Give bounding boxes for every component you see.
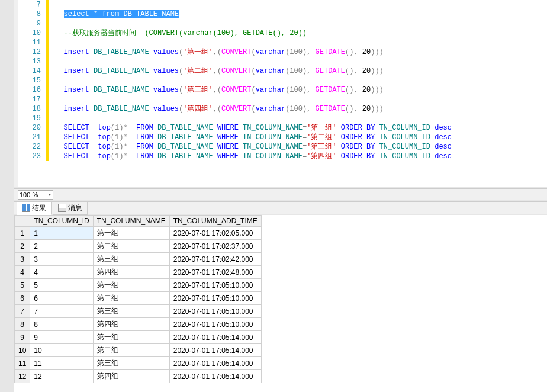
- code-line[interactable]: SELECT top(1)* FROM DB_TABLE_NAME WHERE …: [51, 133, 547, 142]
- cell-time[interactable]: 2020-07-01 17:05:14.000: [169, 331, 261, 344]
- cell-name[interactable]: 第二组: [93, 292, 169, 305]
- table-row[interactable]: 66第二组2020-07-01 17:05:10.000: [15, 292, 262, 305]
- code-line[interactable]: [51, 76, 547, 85]
- vertical-collapse-strip[interactable]: [0, 0, 14, 392]
- cell-id[interactable]: 8: [30, 318, 93, 331]
- cell-name[interactable]: 第四组: [93, 266, 169, 279]
- cell-id[interactable]: 4: [30, 266, 93, 279]
- tab-messages[interactable]: 消息: [53, 201, 88, 215]
- change-marker: [46, 0, 49, 161]
- cell-time[interactable]: 2020-07-01 17:05:10.000: [169, 305, 261, 318]
- cell-time[interactable]: 2020-07-01 17:05:10.000: [169, 292, 261, 305]
- table-row[interactable]: 33第三组2020-07-01 17:02:42.000: [15, 253, 262, 266]
- cell-name[interactable]: 第一组: [93, 331, 169, 344]
- code-line[interactable]: insert DB_TABLE_NAME values('第一组',(CONVE…: [51, 47, 547, 57]
- cell-time[interactable]: 2020-07-01 17:05:14.000: [169, 357, 261, 370]
- row-number[interactable]: 3: [15, 253, 30, 266]
- zoom-input[interactable]: [18, 190, 46, 200]
- line-number-gutter: 7891011121314151617181920212223: [18, 0, 46, 187]
- row-number[interactable]: 7: [15, 305, 30, 318]
- cell-time[interactable]: 2020-07-01 17:05:14.000: [169, 344, 261, 357]
- cell-time[interactable]: 2020-07-01 17:02:05.000: [169, 227, 261, 240]
- cell-name[interactable]: 第一组: [93, 279, 169, 292]
- code-line[interactable]: insert DB_TABLE_NAME values('第四组',(CONVE…: [51, 104, 547, 114]
- cell-time[interactable]: 2020-07-01 17:02:42.000: [169, 253, 261, 266]
- table-row[interactable]: 1010第二组2020-07-01 17:05:14.000: [15, 344, 262, 357]
- code-line[interactable]: [51, 95, 547, 104]
- line-number: 9: [18, 19, 46, 28]
- line-number: 22: [18, 142, 46, 152]
- row-number[interactable]: 4: [15, 266, 30, 279]
- code-line[interactable]: [51, 38, 547, 47]
- row-number[interactable]: 11: [15, 357, 30, 370]
- line-number: 23: [18, 152, 46, 161]
- cell-name[interactable]: 第一组: [93, 227, 169, 240]
- cell-id[interactable]: 5: [30, 279, 93, 292]
- line-number: 18: [18, 104, 46, 114]
- code-line[interactable]: [51, 19, 547, 28]
- tab-results[interactable]: 结果: [17, 201, 52, 215]
- code-line[interactable]: insert DB_TABLE_NAME values('第三组',(CONVE…: [51, 85, 547, 95]
- row-number[interactable]: 12: [15, 370, 30, 383]
- code-line[interactable]: select * from DB_TABLE_NAME: [51, 9, 547, 19]
- cell-time[interactable]: 2020-07-01 17:05:14.000: [169, 370, 261, 383]
- sql-editor[interactable]: 7891011121314151617181920212223 select *…: [14, 0, 547, 187]
- row-number[interactable]: 1: [15, 227, 30, 240]
- col-header-time[interactable]: TN_COLUMN_ADD_TIME: [169, 216, 261, 227]
- row-number[interactable]: 9: [15, 331, 30, 344]
- line-number: 21: [18, 133, 46, 142]
- col-header-name[interactable]: TN_COLUMN_NAME: [93, 216, 169, 227]
- cell-time[interactable]: 2020-07-01 17:05:10.000: [169, 279, 261, 292]
- cell-id[interactable]: 3: [30, 253, 93, 266]
- table-row[interactable]: 99第一组2020-07-01 17:05:14.000: [15, 331, 262, 344]
- cell-name[interactable]: 第四组: [93, 318, 169, 331]
- cell-name[interactable]: 第三组: [93, 253, 169, 266]
- table-row[interactable]: 77第三组2020-07-01 17:05:10.000: [15, 305, 262, 318]
- code-line[interactable]: [51, 0, 547, 9]
- cell-time[interactable]: 2020-07-01 17:05:10.000: [169, 318, 261, 331]
- cell-name[interactable]: 第二组: [93, 240, 169, 253]
- row-number[interactable]: 6: [15, 292, 30, 305]
- code-line[interactable]: SELECT top(1)* FROM DB_TABLE_NAME WHERE …: [51, 152, 547, 161]
- code-line[interactable]: insert DB_TABLE_NAME values('第二组',(CONVE…: [51, 66, 547, 76]
- cell-id[interactable]: 10: [30, 344, 93, 357]
- cell-id[interactable]: 7: [30, 305, 93, 318]
- code-line[interactable]: [51, 114, 547, 123]
- row-number[interactable]: 10: [15, 344, 30, 357]
- table-row[interactable]: 88第四组2020-07-01 17:05:10.000: [15, 318, 262, 331]
- table-row[interactable]: 11第一组2020-07-01 17:02:05.000: [15, 227, 262, 240]
- cell-id[interactable]: 2: [30, 240, 93, 253]
- code-line[interactable]: --获取服务器当前时间 (CONVERT(varchar(100), GETDA…: [51, 28, 547, 38]
- cell-id[interactable]: 12: [30, 370, 93, 383]
- code-content[interactable]: select * from DB_TABLE_NAME --获取服务器当前时间 …: [51, 0, 547, 161]
- row-number[interactable]: 8: [15, 318, 30, 331]
- cell-name[interactable]: 第三组: [93, 305, 169, 318]
- cell-time[interactable]: 2020-07-01 17:02:48.000: [169, 266, 261, 279]
- corner-cell[interactable]: [15, 216, 30, 227]
- code-line[interactable]: SELECT top(1)* FROM DB_TABLE_NAME WHERE …: [51, 142, 547, 152]
- row-number[interactable]: 5: [15, 279, 30, 292]
- cell-id[interactable]: 6: [30, 292, 93, 305]
- cell-name[interactable]: 第二组: [93, 344, 169, 357]
- code-line[interactable]: [51, 57, 547, 66]
- zoom-dropdown-icon[interactable]: ▾: [46, 190, 53, 200]
- results-grid[interactable]: TN_COLUMN_ID TN_COLUMN_NAME TN_COLUMN_AD…: [14, 215, 547, 392]
- table-row[interactable]: 1212第四组2020-07-01 17:05:14.000: [15, 370, 262, 383]
- line-number: 20: [18, 123, 46, 133]
- table-row[interactable]: 44第四组2020-07-01 17:02:48.000: [15, 266, 262, 279]
- line-number: 15: [18, 76, 46, 85]
- code-line[interactable]: SELECT top(1)* FROM DB_TABLE_NAME WHERE …: [51, 123, 547, 133]
- table-row[interactable]: 55第一组2020-07-01 17:05:10.000: [15, 279, 262, 292]
- selected-text[interactable]: select * from DB_TABLE_NAME: [64, 10, 179, 18]
- table-row[interactable]: 22第二组2020-07-01 17:02:37.000: [15, 240, 262, 253]
- line-number: 11: [18, 38, 46, 47]
- row-number[interactable]: 2: [15, 240, 30, 253]
- table-row[interactable]: 1111第三组2020-07-01 17:05:14.000: [15, 357, 262, 370]
- cell-id[interactable]: 11: [30, 357, 93, 370]
- cell-id[interactable]: 9: [30, 331, 93, 344]
- cell-time[interactable]: 2020-07-01 17:02:37.000: [169, 240, 261, 253]
- cell-name[interactable]: 第三组: [93, 357, 169, 370]
- cell-name[interactable]: 第四组: [93, 370, 169, 383]
- col-header-id[interactable]: TN_COLUMN_ID: [30, 216, 93, 227]
- cell-id[interactable]: 1: [30, 227, 93, 240]
